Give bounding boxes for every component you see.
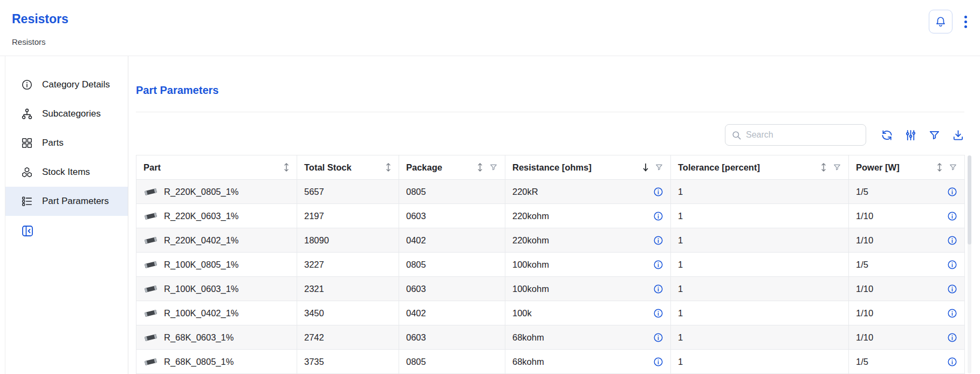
notifications-button[interactable] [929, 10, 952, 33]
refresh-button[interactable] [881, 129, 893, 141]
power-info-button[interactable] [947, 260, 957, 270]
cell-tolerance: 1 [671, 253, 849, 277]
sort-icon[interactable] [283, 162, 290, 172]
sidebar-item-label: Part Parameters [42, 196, 109, 207]
resistor-chip-icon [143, 284, 158, 294]
sliders-icon [904, 129, 917, 141]
column-label: Part [143, 162, 161, 173]
refresh-icon [881, 129, 893, 141]
table-row[interactable]: R_220K_0402_1% 18090 0402 220kohm 1 1/10 [136, 228, 965, 253]
sort-icon[interactable] [820, 162, 827, 172]
breadcrumb[interactable]: Resistors [12, 37, 980, 46]
column-filter-icon[interactable] [833, 163, 841, 172]
filter-button[interactable] [928, 129, 941, 141]
sidebar-item-label: Parts [42, 138, 64, 148]
info-icon [947, 332, 957, 343]
cell-resistance: 220kR [505, 180, 671, 204]
power-info-button[interactable] [947, 332, 957, 343]
total-stock-value: 2197 [304, 211, 324, 221]
cell-part: R_100K_0805_1% [136, 253, 297, 277]
table-row[interactable]: R_100K_0805_1% 3227 0805 100kohm 1 1/5 [136, 253, 965, 277]
resistance-info-button[interactable] [653, 357, 663, 367]
info-icon [947, 235, 957, 246]
info-icon [947, 284, 957, 294]
cell-resistance: 100kohm [505, 253, 671, 277]
resistance-value: 100k [512, 308, 532, 318]
cell-total-stock: 2197 [297, 204, 399, 228]
resistor-chip-icon [143, 309, 158, 318]
power-info-button[interactable] [947, 284, 957, 294]
column-settings-button[interactable] [904, 129, 917, 141]
power-value: 1/5 [856, 357, 868, 367]
cell-power: 1/10 [849, 277, 965, 301]
resistance-info-button[interactable] [653, 211, 663, 221]
sidebar-item-parts[interactable]: Parts [5, 128, 128, 158]
resistance-info-button[interactable] [653, 260, 663, 270]
cell-total-stock: 3450 [297, 301, 399, 325]
resistor-chip-icon [143, 236, 158, 245]
main-panel: Part Parameters [128, 56, 980, 374]
sort-icon[interactable] [936, 162, 943, 172]
resistance-info-button[interactable] [653, 284, 663, 294]
cell-package: 0603 [399, 277, 505, 301]
column-filter-icon[interactable] [489, 163, 498, 172]
download-icon [952, 129, 964, 141]
column-filter-icon[interactable] [949, 163, 957, 172]
sort-icon[interactable] [477, 162, 483, 172]
collapse-sidebar-button[interactable] [21, 225, 34, 239]
cell-part: R_220K_0603_1% [136, 204, 297, 228]
section-title: Part Parameters [136, 84, 964, 97]
column-header-tolerance[interactable]: Tolerance [percent] [671, 155, 849, 180]
info-icon [947, 308, 957, 318]
bell-icon [935, 16, 947, 28]
column-header-package[interactable]: Package [399, 155, 505, 180]
sort-icon[interactable] [385, 162, 392, 172]
grid-icon [21, 137, 33, 149]
resistance-info-button[interactable] [653, 235, 663, 246]
resistance-info-button[interactable] [653, 332, 663, 343]
download-button[interactable] [952, 129, 964, 141]
column-header-resistance[interactable]: Resistance [ohms] [505, 155, 671, 180]
resistance-value: 100kohm [512, 284, 549, 294]
column-header-power[interactable]: Power [W] [849, 155, 965, 180]
power-info-button[interactable] [947, 235, 957, 246]
total-stock-value: 18090 [304, 235, 329, 245]
column-header-part[interactable]: Part [136, 155, 297, 180]
column-header-total-stock[interactable]: Total Stock [297, 155, 399, 180]
cell-tolerance: 1 [671, 325, 849, 350]
overflow-menu-button[interactable] [963, 13, 968, 30]
cell-package: 0402 [399, 228, 505, 253]
table-row[interactable]: R_220K_0603_1% 2197 0603 220kohm 1 1/10 [136, 204, 965, 228]
power-info-button[interactable] [947, 357, 957, 367]
power-info-button[interactable] [947, 308, 957, 318]
power-info-button[interactable] [947, 187, 957, 197]
sidebar-item-category-details[interactable]: Category Details [5, 70, 128, 99]
sort-desc-icon[interactable] [642, 162, 649, 172]
sidebar-item-part-parameters[interactable]: Part Parameters [5, 187, 128, 216]
kebab-dot [964, 25, 967, 28]
cell-total-stock: 3227 [297, 253, 399, 277]
package-value: 0805 [406, 260, 426, 269]
column-label: Power [W] [856, 162, 900, 173]
collapse-sidebar-icon [21, 225, 34, 237]
resistance-value: 220kohm [512, 211, 549, 221]
app-header: Resistors Resistors [0, 0, 980, 56]
table-row[interactable]: R_68K_0603_1% 2742 0603 68kohm 1 1/10 [136, 325, 965, 350]
table-row[interactable]: R_68K_0805_1% 3735 0805 68kohm 1 1/5 [136, 350, 965, 374]
scrollbar-thumb[interactable] [968, 155, 971, 244]
column-label: Package [406, 162, 442, 173]
part-name: R_220K_0805_1% [164, 187, 239, 197]
kebab-dot [964, 16, 967, 18]
table-row[interactable]: R_220K_0805_1% 5657 0805 220kR 1 1/5 [136, 180, 965, 204]
search-input[interactable] [746, 130, 860, 140]
sidebar-item-subcategories[interactable]: Subcategories [5, 99, 128, 128]
cell-package: 0603 [399, 204, 505, 228]
sidebar-item-stock-items[interactable]: Stock Items [5, 158, 128, 187]
table-row[interactable]: R_100K_0402_1% 3450 0402 100k 1 1/10 [136, 301, 965, 325]
package-value: 0402 [406, 308, 426, 318]
resistance-info-button[interactable] [653, 187, 663, 197]
table-row[interactable]: R_100K_0603_1% 2321 0603 100kohm 1 1/10 [136, 277, 965, 301]
power-info-button[interactable] [947, 211, 957, 221]
column-filter-icon[interactable] [655, 163, 663, 172]
resistance-info-button[interactable] [653, 308, 663, 318]
